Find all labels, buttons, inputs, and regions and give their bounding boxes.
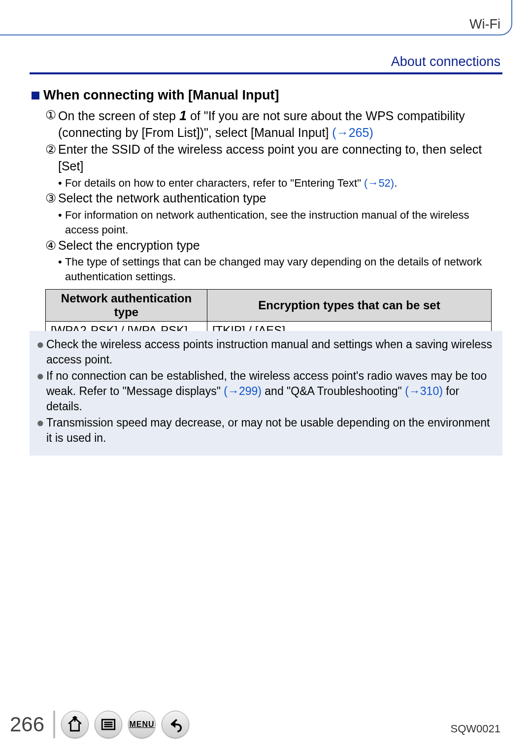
page: Wi-Fi About connections When connecting … — [0, 0, 532, 756]
step-3-marker: ③ — [45, 190, 58, 207]
heading-bullet-icon — [32, 92, 39, 99]
step-2: ② Enter the SSID of the wireless access … — [45, 141, 500, 175]
step-2-sub-body: For details on how to enter characters, … — [65, 176, 397, 191]
step-2-sub-link[interactable]: (→52) — [364, 177, 394, 189]
section-title: About connections — [391, 54, 500, 69]
step-4: ④ Select the encryption type — [45, 237, 500, 254]
step-1-ref: 1 — [179, 108, 187, 123]
step-4-body: Select the encryption type — [58, 237, 500, 254]
heading-row: When connecting with [Manual Input] — [32, 88, 500, 103]
th-auth: Network authentication type — [46, 289, 207, 321]
home-icon — [66, 716, 83, 733]
note-1-text: Check the wireless access points instruc… — [46, 337, 496, 367]
notes-box: ● Check the wireless access points instr… — [30, 331, 502, 456]
back-button[interactable] — [162, 711, 189, 738]
bullet-icon: ● — [36, 416, 46, 447]
step-2-sub-post: . — [394, 177, 397, 189]
bullet-icon: • — [58, 255, 65, 284]
step-1-link[interactable]: (→265) — [332, 126, 373, 139]
step-1-body: On the screen of step 1 of "If you are n… — [58, 107, 500, 141]
step-3-sub-body: For information on network authenticatio… — [65, 208, 500, 237]
note-2: ● If no connection can be established, t… — [36, 368, 496, 414]
step-1-marker: ① — [45, 107, 58, 141]
header-category: Wi-Fi — [469, 17, 500, 32]
list-icon — [100, 716, 117, 733]
bullet-icon: • — [58, 176, 65, 191]
note-1: ● Check the wireless access points instr… — [36, 337, 496, 367]
step-2-sub-pre: For details on how to enter characters, … — [65, 177, 364, 189]
note-2-link1[interactable]: (→299) — [224, 385, 262, 397]
step-4-sub-body: The type of settings that can be changed… — [65, 255, 500, 284]
step-2-marker: ② — [45, 141, 58, 175]
step-2-body: Enter the SSID of the wireless access po… — [58, 141, 500, 175]
menu-button[interactable]: MENU — [128, 711, 156, 738]
step-1-pre: On the screen of step — [58, 109, 179, 123]
menu-label: MENU — [130, 720, 155, 729]
note-3-text: Transmission speed may decrease, or may … — [46, 415, 496, 446]
note-2-link2[interactable]: (→310) — [405, 385, 443, 397]
step-4-marker: ④ — [45, 237, 58, 254]
step-1: ① On the screen of step 1 of "If you are… — [45, 107, 500, 141]
footer-divider — [53, 711, 55, 738]
home-button[interactable] — [61, 711, 89, 738]
document-id: SQW0021 — [451, 723, 501, 735]
bullet-icon: ● — [36, 338, 46, 368]
bullet-icon: • — [58, 208, 65, 237]
contents-button[interactable] — [95, 711, 122, 738]
step-3: ③ Select the network authentication type — [45, 190, 500, 207]
footer: 266 MENU — [10, 711, 189, 738]
note-2-text: If no connection can be established, the… — [46, 368, 496, 414]
note-2-mid: and "Q&A Troubleshooting" — [262, 385, 405, 397]
th-enc: Encryption types that can be set — [207, 289, 492, 321]
step-4-sub: • The type of settings that can be chang… — [58, 255, 500, 284]
step-3-sub: • For information on network authenticat… — [58, 208, 500, 237]
page-number: 266 — [10, 713, 44, 736]
section-rule — [30, 72, 502, 74]
back-icon — [167, 716, 184, 733]
step-3-body: Select the network authentication type — [58, 190, 500, 207]
heading: When connecting with [Manual Input] — [43, 88, 279, 103]
bullet-icon: ● — [36, 369, 46, 415]
page-border — [0, 0, 512, 35]
step-2-sub: • For details on how to enter characters… — [58, 176, 500, 191]
note-3: ● Transmission speed may decrease, or ma… — [36, 415, 496, 446]
